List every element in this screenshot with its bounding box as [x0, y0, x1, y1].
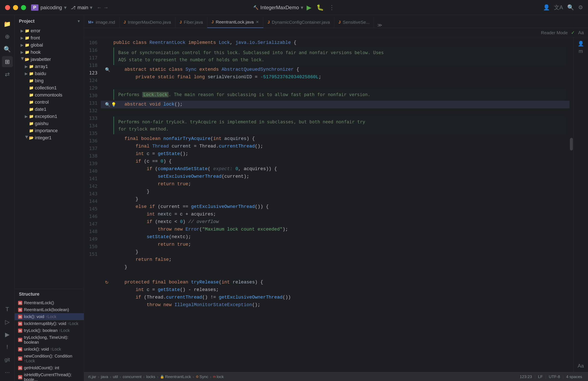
- file-icon: 📁: [29, 100, 34, 104]
- tree-item-javabetter[interactable]: ▶ 📂 javabetter: [15, 56, 84, 63]
- tree-item-collection1[interactable]: ▶ 📁 collection1: [15, 84, 84, 92]
- activity-git2-icon[interactable]: git: [2, 354, 13, 365]
- code-line-150: if (Thread.currentThread() != getExclusi…: [101, 294, 569, 301]
- activity-search-icon[interactable]: 🔍: [2, 44, 13, 55]
- tree-item-integer1[interactable]: ▶ 📂 integer1: [15, 134, 84, 141]
- scrollbar-thumb[interactable]: [570, 138, 573, 151]
- close-tab-icon[interactable]: ✕: [256, 20, 259, 24]
- status-line-separator[interactable]: LF: [536, 375, 544, 379]
- breadcrumb-jar: rt.jar: [88, 375, 96, 379]
- tree-item-gaishu[interactable]: ▶ 📁 gaishu: [15, 120, 84, 127]
- structure-item-lockinterruptibly[interactable]: m lockInterruptibly(): void ↑Lock: [15, 320, 84, 327]
- tab-reentrantlock[interactable]: J ReentrantLock.java ✕: [207, 17, 263, 28]
- maximize-button[interactable]: [21, 5, 26, 10]
- tree-item-error[interactable]: ▶ 📁 error: [15, 27, 84, 34]
- tab-fiber[interactable]: J Fiber.java: [175, 17, 207, 28]
- sidebar-header: Project ▾: [15, 15, 84, 27]
- structure-header: Structure: [15, 289, 84, 299]
- structure-item-reentrantlock-boolean-constructor[interactable]: m ReentrantLock(boolean): [15, 306, 84, 313]
- tab-dynamicconfigcontainer[interactable]: J DynamicConfigContainer.java: [263, 17, 334, 28]
- structure-item-reentrantlock-constructor[interactable]: m ReentrantLock(): [15, 299, 84, 306]
- code-line-118: [101, 81, 569, 89]
- file-tree: ▶ 📁 error ▶ 📁 front ▶ 📁 global ▶ 📁 hook: [15, 27, 84, 289]
- close-button[interactable]: [5, 5, 10, 10]
- code-area[interactable]: public class ReentrantLock implements Lo…: [101, 37, 569, 372]
- debug-button[interactable]: 🐛: [316, 4, 324, 11]
- status-separator2: |: [545, 375, 546, 379]
- minimize-button[interactable]: [13, 5, 18, 10]
- code-line-149: int c = getState() - releases;: [101, 286, 569, 294]
- tab-image-md[interactable]: M+ image.md: [84, 17, 120, 28]
- right-panel: 👤 m Aa: [573, 37, 588, 372]
- activity-run-icon[interactable]: ▷: [2, 316, 13, 327]
- tree-item-control[interactable]: ▶ 📁 control: [15, 99, 84, 106]
- status-encoding[interactable]: UTF-8: [547, 375, 562, 379]
- chevron-icon: ▶: [25, 64, 29, 69]
- tree-item-array1[interactable]: ▶ 📁 array1: [15, 63, 84, 70]
- tree-item-date1[interactable]: ▶ 📁 date1: [15, 106, 84, 113]
- chevron-icon: ▶: [21, 36, 25, 40]
- right-panel-bottom: Aa: [578, 363, 584, 369]
- tree-item-front[interactable]: ▶ 📁 front: [15, 34, 84, 41]
- structure-item-trylock-long[interactable]: m tryLock(long, TimeUnit): boolean: [15, 334, 84, 346]
- right-panel-icon-3[interactable]: Aa: [578, 363, 584, 369]
- gutter-orange-icon: ↻: [105, 279, 108, 286]
- method-icon: m: [18, 308, 22, 312]
- file-icon: 📁: [29, 86, 34, 90]
- status-position[interactable]: 123:23: [518, 375, 534, 379]
- chevron-icon: ▶: [21, 43, 25, 47]
- more-button[interactable]: ⋮: [329, 4, 335, 11]
- tree-item-commontools[interactable]: ▶ 📁 commontools: [15, 92, 84, 99]
- code-line-144: }: [101, 248, 569, 256]
- tab-overflow-button[interactable]: ≫: [374, 22, 386, 28]
- titlebar-center: 🔨 IntegerMaxDemo ▾ ▶ 🐛 ⋮: [253, 4, 335, 11]
- breadcrumb-sync: ⚙ Sync: [196, 375, 208, 379]
- method-icon: m: [18, 347, 22, 351]
- forward-button[interactable]: →: [103, 5, 108, 11]
- activity-terminal-icon[interactable]: T: [2, 304, 13, 315]
- project-dropdown-icon[interactable]: ▾: [78, 19, 80, 23]
- reader-mode-button[interactable]: Reader Mode: [541, 30, 568, 35]
- search-icon[interactable]: 🔍: [567, 4, 574, 11]
- run-config-selector[interactable]: 🔨 IntegerMaxDemo ▾: [253, 5, 303, 11]
- reader-settings-icon[interactable]: Aa: [578, 30, 584, 36]
- folder-icon: 📁: [25, 36, 29, 40]
- scrollbar-track[interactable]: [569, 37, 573, 372]
- structure-item-getholdcount[interactable]: m getHoldCount(): int: [15, 364, 84, 371]
- back-button[interactable]: ←: [97, 5, 102, 11]
- tree-item-hook[interactable]: ▶ 📁 hook: [15, 49, 84, 56]
- structure-item-lock[interactable]: m lock(): void ↑Lock: [15, 313, 84, 320]
- project-selector[interactable]: P paicoding ▾: [31, 4, 66, 11]
- structure-item-newcondition[interactable]: m newCondition(): Condition ↑Lock: [15, 353, 84, 364]
- settings-icon[interactable]: ⚙: [578, 4, 583, 11]
- tree-item-global[interactable]: ▶ 📁 global: [15, 41, 84, 49]
- tree-item-baidu[interactable]: ▶ 📁 baidu: [15, 70, 84, 77]
- tab-sensitivese[interactable]: J SensitiveSe...: [334, 17, 374, 28]
- structure-item-unlock[interactable]: m unlock(): void ↑Lock: [15, 346, 84, 353]
- titlebar: P paicoding ▾ ⎇ main ▾ ← → 🔨 IntegerMaxD…: [0, 0, 588, 15]
- activity-diff-icon[interactable]: ⇄: [2, 69, 13, 80]
- chevron-down-icon: ▶: [24, 136, 29, 140]
- structure-item-trylock[interactable]: m tryLock(): boolean ↑Lock: [15, 327, 84, 334]
- code-line-151: throw new IllegalMonitorStateException()…: [101, 301, 569, 309]
- tree-item-exception1[interactable]: ▶ 📁 exception1: [15, 113, 84, 120]
- breadcrumb-lock: m lock: [213, 375, 224, 379]
- status-separator3: |: [563, 375, 564, 379]
- activity-structure-icon[interactable]: ⊞: [2, 56, 13, 67]
- activity-more-icon[interactable]: ···: [2, 367, 13, 378]
- right-panel-icon-1[interactable]: 👤: [578, 41, 584, 47]
- activity-folder-icon[interactable]: 📁: [2, 19, 13, 29]
- activity-problems-icon[interactable]: !: [2, 342, 13, 352]
- structure-item-isheldbycurrentthread[interactable]: m isHeldByCurrentThread(): boole...: [15, 371, 84, 381]
- run-button[interactable]: ▶: [307, 4, 312, 11]
- translate-icon[interactable]: 文A: [554, 4, 563, 11]
- tab-integermaxdemo[interactable]: J IntegerMaxDemo.java: [120, 17, 175, 28]
- activity-git-icon[interactable]: ⊕: [2, 31, 13, 42]
- branch-selector[interactable]: ⎇ main ▾: [71, 5, 92, 11]
- activity-deploy-icon[interactable]: ▶: [2, 329, 13, 340]
- right-panel-icon-2[interactable]: m: [579, 48, 583, 54]
- tree-item-importance[interactable]: ▶ 📁 importance: [15, 127, 84, 134]
- status-indent[interactable]: 4 spaces: [565, 375, 584, 379]
- tree-item-bing[interactable]: ▶ 📁 bing: [15, 77, 84, 84]
- profile-icon[interactable]: 👤: [543, 4, 550, 11]
